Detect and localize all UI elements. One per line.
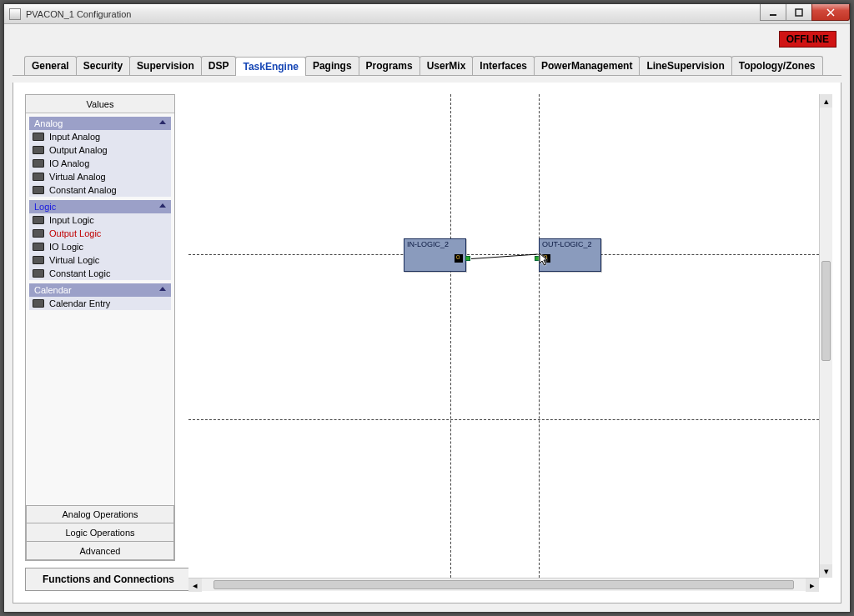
scroll-thumb-h[interactable]	[214, 580, 794, 589]
sidebar-body: Analog Input AnalogOutput AnalogIO Analo…	[26, 113, 174, 505]
scroll-right-button[interactable]: ▸	[806, 578, 819, 592]
sidebar-footer: Analog OperationsLogic OperationsAdvance…	[26, 505, 174, 560]
block-icon	[33, 299, 44, 308]
tab-security[interactable]: Security	[76, 56, 130, 75]
chevron-up-icon	[159, 120, 166, 124]
tab-linesupervision[interactable]: LineSupervision	[639, 56, 731, 75]
tab-usermix[interactable]: UserMix	[419, 56, 474, 75]
design-canvas[interactable]: IN-LOGIC_2 OUT-LOGIC_2	[188, 94, 819, 578]
values-sidebar: Values Analog Input AnalogOutput AnalogI…	[25, 94, 175, 561]
section-logic-items: Input LogicOutput LogicIO LogicVirtual L…	[29, 213, 171, 280]
tab-bar: GeneralSecuritySupervisionDSPTaskEngineP…	[13, 56, 841, 76]
sidebar-item-io-logic[interactable]: IO Logic	[29, 240, 171, 253]
tab-content: Values Analog Input AnalogOutput AnalogI…	[13, 83, 841, 603]
block-icon	[33, 216, 44, 224]
section-analog-items: Input AnalogOutput AnalogIO AnalogVirtua…	[29, 130, 171, 197]
pin-input[interactable]	[535, 256, 540, 261]
sidebar-button-advanced[interactable]: Advanced	[26, 542, 174, 560]
sidebar-item-output-analog[interactable]: Output Analog	[29, 143, 171, 157]
sidebar-item-input-logic[interactable]: Input Logic	[29, 213, 171, 227]
minimize-button[interactable]	[760, 4, 786, 21]
tab-pagings[interactable]: Pagings	[305, 56, 359, 75]
sidebar-item-output-logic[interactable]: Output Logic	[29, 227, 171, 240]
sidebar-button-analog-operations[interactable]: Analog Operations	[26, 505, 174, 523]
tab-topology-zones[interactable]: Topology/Zones	[731, 56, 823, 75]
titlebar[interactable]: PVACON_1 Configuration	[4, 4, 850, 24]
guide-line-h2	[188, 419, 819, 420]
block-icon	[33, 146, 44, 154]
window-title: PVACON_1 Configuration	[26, 9, 131, 19]
scroll-down-button[interactable]: ▾	[820, 564, 832, 578]
sidebar-item-input-analog[interactable]: Input Analog	[29, 130, 171, 143]
sidebar-item-constant-analog[interactable]: Constant Analog	[29, 183, 171, 197]
port-input[interactable]	[542, 254, 550, 263]
section-header-logic[interactable]: Logic	[29, 200, 171, 213]
port-output[interactable]	[455, 254, 463, 263]
maximize-button[interactable]	[786, 4, 812, 21]
app-icon	[9, 8, 21, 20]
offline-badge: OFFLINE	[779, 31, 836, 48]
scroll-up-button[interactable]: ▴	[820, 94, 832, 108]
horizontal-scrollbar[interactable]: ◂ ▸	[188, 578, 819, 591]
sidebar-button-logic-operations[interactable]: Logic Operations	[26, 523, 174, 542]
functions-connections-button[interactable]: Functions and Connections	[25, 568, 192, 591]
section-header-analog[interactable]: Analog	[29, 117, 171, 130]
sidebar-item-virtual-analog[interactable]: Virtual Analog	[29, 170, 171, 183]
tab-taskengine[interactable]: TaskEngine	[235, 57, 305, 76]
tab-powermanagement[interactable]: PowerManagement	[534, 56, 640, 75]
tab-interfaces[interactable]: Interfaces	[472, 56, 535, 75]
block-icon	[33, 256, 44, 264]
block-icon	[33, 243, 44, 251]
guide-line-v2	[539, 94, 540, 578]
svg-rect-1	[796, 9, 802, 16]
client-area: OFFLINE GeneralSecuritySupervisionDSPTas…	[4, 24, 850, 612]
chevron-up-icon	[159, 287, 166, 291]
section-calendar-items: Calendar Entry	[29, 297, 171, 310]
scroll-left-button[interactable]: ◂	[188, 578, 202, 592]
sidebar-header[interactable]: Values	[26, 95, 174, 113]
sidebar-item-virtual-logic[interactable]: Virtual Logic	[29, 253, 171, 267]
guide-line-v1	[450, 94, 451, 578]
tab-supervision[interactable]: Supervision	[129, 56, 202, 75]
node-in-logic-2[interactable]: IN-LOGIC_2	[404, 238, 466, 272]
tab-dsp[interactable]: DSP	[201, 56, 237, 75]
block-icon	[33, 133, 44, 141]
app-window: PVACON_1 Configuration OFFLINE GeneralSe…	[3, 3, 851, 613]
node-out-logic-2[interactable]: OUT-LOGIC_2	[539, 238, 601, 272]
block-icon	[33, 186, 44, 194]
block-icon	[33, 229, 44, 238]
sidebar-item-io-analog[interactable]: IO Analog	[29, 157, 171, 170]
pin-output[interactable]	[465, 256, 470, 261]
close-button[interactable]	[811, 4, 850, 21]
block-icon	[33, 159, 44, 168]
guide-line-h1	[188, 254, 819, 255]
chevron-up-icon	[159, 203, 166, 208]
sidebar-item-constant-logic[interactable]: Constant Logic	[29, 267, 171, 280]
node-label: IN-LOGIC_2	[407, 240, 449, 248]
canvas-wrap: IN-LOGIC_2 OUT-LOGIC_2 ▴	[188, 94, 832, 591]
tab-general[interactable]: General	[24, 56, 77, 75]
sidebar-item-calendar-entry[interactable]: Calendar Entry	[29, 297, 171, 310]
node-label: OUT-LOGIC_2	[542, 240, 592, 248]
section-header-calendar[interactable]: Calendar	[29, 283, 171, 297]
block-icon	[33, 173, 44, 181]
vertical-scrollbar[interactable]: ▴ ▾	[819, 94, 832, 578]
tab-programs[interactable]: Programs	[359, 56, 420, 75]
block-icon	[33, 269, 44, 278]
scroll-thumb-v[interactable]	[821, 261, 831, 361]
